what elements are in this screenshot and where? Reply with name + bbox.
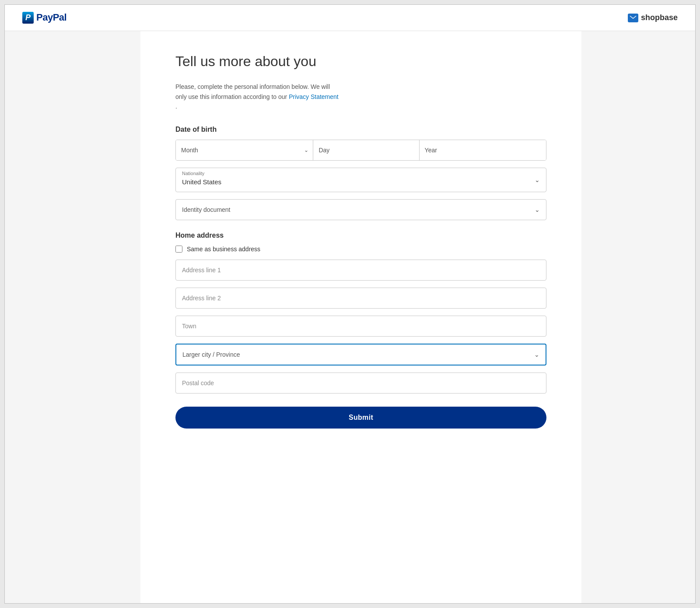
address-line1-field[interactable] <box>175 260 546 281</box>
description-end: . <box>175 103 177 110</box>
paypal-p-icon: P <box>22 12 34 24</box>
shopbase-logo: shopbase <box>628 13 678 22</box>
home-address-section: Home address Same as business address <box>175 227 546 394</box>
sidebar-right <box>581 31 695 603</box>
nationality-select[interactable]: United States <box>176 168 546 192</box>
dob-row: Month January February March April May J… <box>175 140 546 161</box>
paypal-logo: P PayPal <box>22 12 66 24</box>
shopbase-envelope-icon <box>628 14 638 22</box>
day-input[interactable] <box>313 140 419 160</box>
same-as-business-row: Same as business address <box>175 246 546 253</box>
privacy-statement-link[interactable]: Privacy Statement <box>289 93 339 100</box>
dob-section-label: Date of birth <box>175 126 546 134</box>
address-line1-input[interactable] <box>176 260 546 280</box>
month-select[interactable]: Month January February March April May J… <box>181 147 308 154</box>
main-layout: Tell us more about you Please, complete … <box>5 31 695 603</box>
address-line2-field[interactable] <box>175 288 546 309</box>
postal-code-field[interactable] <box>175 373 546 394</box>
month-dropdown[interactable]: Month January February March April May J… <box>176 140 313 160</box>
town-field[interactable] <box>175 316 546 337</box>
city-province-dropdown[interactable]: Larger city / Province ⌄ <box>175 344 546 366</box>
nationality-dropdown[interactable]: Nationality United States ⌄ <box>175 168 546 192</box>
city-province-select[interactable]: Larger city / Province <box>176 344 546 365</box>
address-line2-input[interactable] <box>176 288 546 308</box>
sidebar-left <box>5 31 140 603</box>
year-input[interactable] <box>420 140 546 160</box>
page-title: Tell us more about you <box>175 53 546 70</box>
header: P PayPal shopbase <box>5 5 695 31</box>
content-area: Tell us more about you Please, complete … <box>140 31 581 603</box>
identity-select[interactable]: Identity document <box>176 200 546 220</box>
identity-document-dropdown[interactable]: Identity document ⌄ <box>175 199 546 220</box>
postal-code-input[interactable] <box>176 373 546 393</box>
same-as-business-label: Same as business address <box>187 246 260 253</box>
home-address-label: Home address <box>175 232 546 239</box>
submit-section: Submit <box>175 407 546 429</box>
day-field[interactable] <box>313 140 419 160</box>
same-as-business-checkbox[interactable] <box>175 246 182 253</box>
town-input[interactable] <box>176 316 546 336</box>
paypal-logo-text: PayPal <box>36 12 66 23</box>
year-field[interactable] <box>420 140 546 160</box>
submit-button[interactable]: Submit <box>175 407 546 429</box>
shopbase-logo-text: shopbase <box>641 13 678 22</box>
nationality-label: Nationality <box>182 171 204 176</box>
description: Please, complete the personal informatio… <box>175 82 342 111</box>
